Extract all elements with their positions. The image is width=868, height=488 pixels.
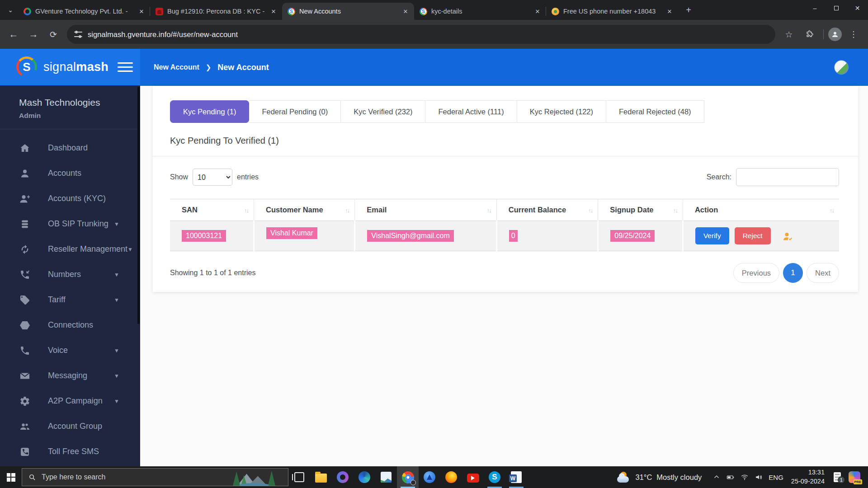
browser-tab[interactable]: GVenture Technology Pvt. Ltd. -✕ — [18, 3, 150, 20]
taskbar-app-photos-icon[interactable] — [375, 466, 397, 488]
taskbar-clock[interactable]: 13:31 25-09-2024 — [789, 468, 826, 486]
column-header-signup-date[interactable]: Signup Date↑↓ — [598, 199, 683, 221]
browser-tab[interactable]: SNew Accounts✕ — [282, 3, 414, 20]
taskbar-app-edge-icon[interactable] — [354, 466, 375, 488]
sort-arrows-icon[interactable]: ↑↓ — [487, 206, 491, 213]
sidebar-item-a2p-campaign[interactable]: A2P Campaign▼ — [0, 389, 140, 414]
verify-button[interactable]: Verify — [695, 227, 729, 244]
status-tab-federal-pending-0[interactable]: Federal Pending (0) — [249, 100, 341, 123]
browser-tab[interactable]: Skyc-details✕ — [414, 3, 546, 20]
language-indicator[interactable]: ENG — [769, 474, 783, 481]
page-size-select[interactable]: 10 — [193, 169, 232, 186]
tray-expand-chevron-icon[interactable] — [712, 473, 721, 481]
window-close-button[interactable]: ✕ — [847, 0, 868, 16]
volume-icon[interactable] — [755, 473, 763, 481]
notification-center-icon[interactable]: 1 — [832, 472, 842, 482]
sort-arrows-icon[interactable]: ↑↓ — [345, 206, 349, 213]
reject-button[interactable]: Reject — [735, 227, 771, 244]
sidebar-item-label: Accounts (KYC) — [48, 194, 119, 203]
sidebar-item-voice[interactable]: Voice▼ — [0, 338, 140, 363]
previous-page-button[interactable]: Previous — [733, 263, 779, 283]
sidebar-scrollbar[interactable] — [137, 87, 140, 324]
org-block: Mash Technologies Admin — [0, 85, 140, 129]
address-bar[interactable]: signalmash.gventure.info/#/user/new-acco… — [67, 25, 775, 44]
column-header-customer-name[interactable]: Customer Name↑↓ — [254, 199, 355, 221]
url-text[interactable]: signalmash.gventure.info/#/user/new-acco… — [88, 30, 238, 39]
sidebar-item-dashboard[interactable]: Dashboard — [0, 136, 140, 161]
sort-arrows-icon[interactable]: ↑↓ — [830, 206, 834, 213]
preview-app-icon[interactable]: PRE — [848, 471, 861, 483]
divider — [153, 156, 858, 156]
user-verified-icon[interactable] — [783, 231, 793, 242]
table-row[interactable]: 100003121Vishal KumarVishalSingh@gmail.c… — [170, 221, 839, 251]
column-header-san[interactable]: SAN↑↓ — [170, 199, 254, 221]
taskbar-app-firefox-icon[interactable] — [440, 466, 462, 488]
sidebar-item-account-group[interactable]: Account Group — [0, 414, 140, 439]
taskbar-app-chrome-icon[interactable] — [397, 466, 419, 488]
search-input[interactable] — [736, 168, 839, 186]
taskbar-app-blueapp-icon[interactable] — [419, 466, 440, 488]
battery-icon[interactable] — [726, 473, 735, 481]
taskbar-app-loop-icon[interactable] — [332, 466, 354, 488]
taskbar-app-taskview-icon[interactable] — [288, 466, 310, 488]
browser-tab[interactable]: Free US phone number +18043✕ — [546, 3, 678, 20]
phone-sq-icon — [19, 446, 31, 458]
taskbar-weather[interactable]: 31°C Mostly cloudy — [611, 466, 708, 488]
sort-arrows-icon[interactable]: ↑↓ — [244, 206, 248, 213]
sidebar-item-toll-free-sms[interactable]: Toll Free SMS — [0, 439, 140, 465]
chevron-down-icon: ▼ — [114, 297, 119, 303]
tab-close-icon[interactable]: ✕ — [137, 7, 146, 15]
bookmark-star-icon[interactable]: ☆ — [780, 25, 798, 43]
taskbar-app-word-icon[interactable] — [505, 466, 527, 488]
breadcrumb-parent[interactable]: New Account — [154, 63, 199, 71]
sort-arrows-icon[interactable]: ↑↓ — [588, 206, 592, 213]
browser-tab[interactable]: Bug #12910: Percona DB : KYC -✕ — [150, 3, 282, 20]
reload-icon[interactable]: ⟳ — [44, 25, 62, 43]
sidebar-item-tariff[interactable]: Tariff▼ — [0, 287, 140, 313]
taskbar-app-youtube-icon[interactable] — [462, 466, 484, 488]
browser-menu-icon[interactable]: ⋮ — [844, 25, 863, 43]
column-header-current-balance[interactable]: Current Balance↑↓ — [496, 199, 598, 221]
forward-icon[interactable]: → — [24, 25, 42, 43]
new-tab-button[interactable]: + — [682, 3, 695, 17]
taskbar-app-explorer-icon[interactable] — [310, 466, 332, 488]
user-avatar[interactable] — [835, 61, 848, 74]
taskbar-app-skype-icon[interactable]: S — [484, 466, 505, 488]
column-header-action[interactable]: Action↑↓ — [683, 199, 839, 221]
signalmash-logo-icon: S — [16, 56, 37, 77]
tab-close-icon[interactable]: ✕ — [269, 7, 278, 15]
tab-close-icon[interactable]: ✕ — [533, 7, 542, 15]
status-tab-kyc-pending-1[interactable]: Kyc Pending (1) — [170, 100, 249, 123]
back-icon[interactable]: ← — [5, 25, 23, 43]
sidebar-item-ob-sip-trunking[interactable]: OB SIP Trunking▼ — [0, 211, 140, 237]
column-label: SAN — [182, 206, 198, 214]
sidebar-item-reseller-management[interactable]: Reseller Management▼ — [0, 237, 140, 262]
sidebar-item-accounts-kyc[interactable]: Accounts (KYC) — [0, 186, 140, 211]
clock-time: 13:31 — [791, 468, 825, 477]
status-tab-kyc-verified-232[interactable]: Kyc Verified (232) — [341, 100, 425, 123]
window-restore-button[interactable] — [826, 0, 847, 16]
hamburger-menu-icon[interactable] — [118, 62, 133, 72]
wifi-icon[interactable] — [741, 473, 749, 481]
window-minimize-button[interactable]: – — [804, 0, 826, 16]
browser-profile-avatar[interactable] — [828, 28, 842, 41]
sidebar-item-messaging[interactable]: Messaging▼ — [0, 363, 140, 389]
extensions-icon[interactable] — [801, 25, 819, 43]
start-button[interactable] — [0, 466, 22, 488]
tab-close-icon[interactable]: ✕ — [401, 7, 410, 15]
next-page-button[interactable]: Next — [807, 263, 839, 283]
sidebar-item-numbers[interactable]: Numbers▼ — [0, 262, 140, 287]
taskbar-search[interactable]: Type here to search — [22, 468, 288, 486]
status-tab-federal-rejected-48[interactable]: Federal Rejected (48) — [606, 100, 704, 123]
sidebar-item-connections[interactable]: Connections — [0, 313, 140, 338]
status-tab-federal-active-111[interactable]: Federal Active (111) — [425, 100, 517, 123]
column-header-email[interactable]: Email↑↓ — [355, 199, 496, 221]
site-info-icon[interactable] — [74, 32, 82, 37]
breadcrumb: New Account ❯ New Account — [154, 63, 269, 72]
page-number-button[interactable]: 1 — [783, 263, 803, 283]
tab-search-chevron-icon[interactable]: ⌄ — [3, 2, 18, 18]
status-tab-kyc-rejected-122[interactable]: Kyc Rejected (122) — [517, 100, 606, 123]
tab-close-icon[interactable]: ✕ — [665, 7, 674, 15]
sort-arrows-icon[interactable]: ↑↓ — [673, 206, 677, 213]
sidebar-item-accounts[interactable]: Accounts — [0, 161, 140, 186]
